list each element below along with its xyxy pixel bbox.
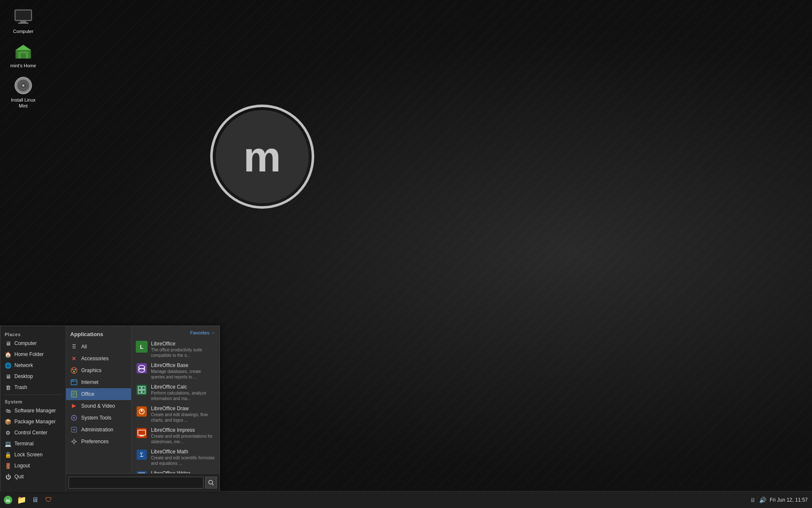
lo-math-desc: Create and edit scientific formulas and …: [151, 455, 215, 466]
trash-places-icon: 🗑: [5, 384, 11, 391]
taskbar-menu-button[interactable]: m: [2, 494, 14, 506]
apps-panel-header: Favorites →: [132, 329, 219, 339]
category-administration-label: Administration: [81, 427, 113, 433]
category-all-label: All: [81, 344, 87, 350]
home-folder-icon: [13, 41, 33, 61]
lo-calc-desc: Perform calculations, analyze informatio…: [151, 390, 215, 401]
system-item-logout[interactable]: 🚪 Logout: [0, 460, 66, 471]
category-preferences[interactable]: Preferences: [66, 436, 131, 447]
category-accessories[interactable]: ✕ Accessories: [66, 353, 131, 364]
lo-math-icon: Σ: [136, 449, 148, 461]
computer-places-icon: 🖥: [5, 340, 11, 347]
system-item-terminal[interactable]: 💻 Terminal: [0, 438, 66, 449]
system-item-package-manager[interactable]: 📦 Package Manager: [0, 416, 66, 427]
category-sound-video[interactable]: Sound & Video: [66, 400, 131, 412]
category-graphics-label: Graphics: [81, 367, 102, 373]
taskbar-volume-icon[interactable]: 🔊: [759, 497, 766, 503]
libreoffice-desc: The office productivity suite compatible…: [151, 347, 215, 358]
desktop-icon-computer[interactable]: Computer: [4, 4, 42, 37]
system-tools-icon: [70, 414, 78, 422]
favorites-link[interactable]: Favorites →: [190, 330, 215, 335]
places-network-label: Network: [14, 362, 33, 368]
lo-math-text: LibreOffice Math Create and edit scienti…: [151, 449, 215, 466]
lo-calc-name: LibreOffice Calc: [151, 384, 215, 390]
system-item-quit[interactable]: ⏻ Quit: [0, 471, 66, 482]
taskbar-shield-button[interactable]: 🛡: [42, 494, 55, 506]
svg-text:m: m: [6, 497, 10, 503]
software-manager-label: Software Manager: [14, 408, 56, 414]
places-item-desktop[interactable]: 🖥 Desktop: [0, 371, 66, 382]
app-item-libreoffice[interactable]: L LibreOffice The office productivity su…: [132, 339, 219, 360]
computer-icon-label: Computer: [13, 29, 33, 34]
graphics-icon: [70, 367, 78, 374]
menu-places-panel: Places 🖥 Computer 🏠 Home Folder 🌐 Networ…: [0, 326, 66, 491]
places-item-network[interactable]: 🌐 Network: [0, 360, 66, 371]
lo-draw-text: LibreOffice Draw Create and edit drawing…: [151, 406, 215, 423]
terminal-icon: 💻: [5, 440, 11, 447]
system-item-software-manager[interactable]: 🛍 Software Manager: [0, 405, 66, 416]
logout-label: Logout: [14, 463, 30, 469]
lo-calc-text: LibreOffice Calc Perform calculations, a…: [151, 384, 215, 401]
category-all[interactable]: ⠿ All: [66, 341, 131, 353]
taskbar-folder-icon: 📁: [17, 495, 26, 505]
desktop-icons: Computer mint's Home: [4, 4, 42, 111]
lo-base-icon: [136, 362, 148, 374]
desktop-icon-install[interactable]: Install Linux Mint: [4, 73, 42, 111]
taskbar-folder-button[interactable]: 📁: [15, 494, 28, 506]
places-trash-label: Trash: [14, 384, 27, 390]
search-input[interactable]: [69, 477, 203, 489]
favorites-label: Favorites: [190, 330, 209, 335]
svg-marker-25: [72, 404, 76, 408]
app-item-lo-draw[interactable]: LibreOffice Draw Create and edit drawing…: [132, 403, 219, 425]
all-icon: ⠿: [70, 343, 78, 351]
places-item-home[interactable]: 🏠 Home Folder: [0, 349, 66, 360]
desktop-icon-home[interactable]: mint's Home: [4, 39, 42, 71]
category-system-tools-label: System Tools: [81, 415, 111, 421]
lo-calc-icon: [136, 384, 148, 396]
svg-point-31: [73, 440, 75, 443]
app-item-lo-calc[interactable]: LibreOffice Calc Perform calculations, a…: [132, 382, 219, 403]
taskbar: m 📁 🖥 🛡 🖥 🔊 Fri Jun 12, 11:57: [0, 491, 812, 508]
accessories-icon: ✕: [70, 355, 78, 362]
logout-icon: 🚪: [5, 462, 11, 469]
quit-label: Quit: [14, 474, 24, 480]
svg-point-20: [73, 380, 74, 381]
category-graphics[interactable]: Graphics: [66, 364, 131, 376]
category-system-tools[interactable]: System Tools: [66, 412, 131, 424]
app-item-lo-base[interactable]: LibreOffice Base Manage databases, creat…: [132, 360, 219, 382]
menu-search-bar: [66, 473, 219, 491]
administration-icon: [70, 426, 78, 433]
svg-point-62: [209, 480, 213, 484]
places-item-trash[interactable]: 🗑 Trash: [0, 382, 66, 393]
places-computer-label: Computer: [14, 340, 37, 346]
terminal-label: Terminal: [14, 441, 33, 447]
search-button[interactable]: [205, 477, 217, 489]
libreoffice-text: LibreOffice The office productivity suit…: [151, 341, 215, 358]
lo-math-name: LibreOffice Math: [151, 449, 215, 455]
taskbar-right: 🖥 🔊 Fri Jun 12, 11:57: [746, 497, 812, 503]
system-item-control-center[interactable]: ⚙ Control Center: [0, 427, 66, 438]
lock-screen-icon: 🔒: [5, 451, 11, 458]
search-icon: [208, 480, 214, 486]
app-item-lo-math[interactable]: Σ LibreOffice Math Create and edit scien…: [132, 447, 219, 468]
svg-rect-8: [21, 53, 26, 58]
category-administration[interactable]: Administration: [66, 424, 131, 436]
menu-categories-panel: Applications ⠿ All ✕ Accessories: [66, 326, 132, 491]
start-menu: Places 🖥 Computer 🏠 Home Folder 🌐 Networ…: [0, 326, 220, 491]
svg-point-15: [72, 369, 74, 370]
category-office[interactable]: Office: [66, 388, 131, 400]
taskbar-terminal-button[interactable]: 🖥: [29, 494, 41, 506]
lo-impress-desc: Create and edit presentations for slides…: [151, 433, 215, 444]
svg-rect-5: [20, 21, 26, 22]
app-item-lo-impress[interactable]: LibreOffice Impress Create and edit pres…: [132, 425, 219, 447]
taskbar-datetime: Fri Jun 12, 11:57: [770, 497, 808, 503]
lo-base-name: LibreOffice Base: [151, 362, 215, 368]
category-internet[interactable]: Internet: [66, 376, 131, 388]
desktop-logo: m: [203, 97, 321, 216]
lo-draw-icon: [136, 406, 148, 417]
svg-rect-6: [18, 22, 28, 24]
places-item-computer[interactable]: 🖥 Computer: [0, 338, 66, 349]
office-icon: [70, 390, 78, 398]
system-item-lock-screen[interactable]: 🔒 Lock Screen: [0, 449, 66, 460]
internet-icon: [70, 378, 78, 386]
